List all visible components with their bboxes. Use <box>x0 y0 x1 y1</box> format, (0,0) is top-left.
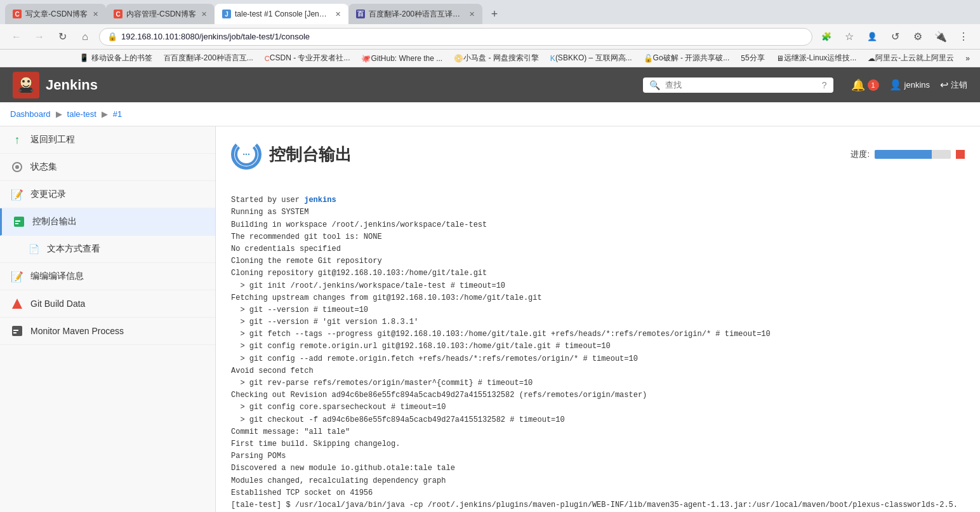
breadcrumb-build[interactable]: #1 <box>113 109 122 119</box>
notification-badge: 1 <box>868 79 879 91</box>
bookmark-button[interactable]: ☆ <box>840 28 858 46</box>
sidebar-item-maven-label: Monitor Maven Process <box>30 326 124 336</box>
jenkins-container: Jenkins 🔍 ? 🔔 1 👤 jenkins ↩ 注销 Dashboard… <box>0 67 980 512</box>
sidebar-item-textview[interactable]: 📄 文本方式查看 <box>0 236 215 263</box>
tab-bar: C 写文章-CSDN博客 ✕ C 内容管理-CSDN博客 ✕ J tale-te… <box>0 0 980 24</box>
back-button[interactable]: ← <box>8 28 25 46</box>
sidebar-item-editbuild[interactable]: 📝 编编编译信息 <box>0 263 215 290</box>
bookmark-go-label: Go破解 - 开源共享破... <box>653 53 730 64</box>
notification-button[interactable]: 🔔 1 <box>851 78 879 92</box>
extensions2-button[interactable]: 🔌 <box>932 28 950 46</box>
bookmark-xiaoma[interactable]: 📀 小马盘 - 网盘搜索引擎 <box>449 51 544 65</box>
more-button[interactable]: ⋮ <box>955 28 972 46</box>
profile-button[interactable]: 👤 <box>863 28 881 46</box>
svg-rect-5 <box>30 90 34 91</box>
output-line-0: Started by user jenkins Running as SYSTE… <box>231 196 958 512</box>
svg-point-1 <box>22 80 25 83</box>
tab-4-favicon: 百 <box>356 10 365 18</box>
svg-point-2 <box>27 80 30 83</box>
bookmark-sbkko[interactable]: K (SBKKO) – 互联网高... <box>545 51 637 65</box>
breadcrumb-project[interactable]: tale-test <box>67 109 96 119</box>
svg-rect-10 <box>15 223 18 224</box>
bookmark-5share-label: 5分享 <box>745 53 765 64</box>
sidebar-item-changes[interactable]: 📝 变更记录 <box>0 181 215 208</box>
tab-2-close[interactable]: ✕ <box>201 10 207 18</box>
progress-bar-container: 进度: <box>851 149 965 160</box>
maven-icon <box>10 324 24 338</box>
jenkins-avatar-icon <box>13 72 39 98</box>
tab-1[interactable]: C 写文章-CSDN博客 ✕ <box>5 4 106 24</box>
tab-3-favicon: J <box>222 10 231 18</box>
changes-icon: 📝 <box>10 187 24 201</box>
bookmark-baidu-translate[interactable]: 百 百度翻译-200种语言互... <box>159 51 258 65</box>
gitbuild-icon <box>10 297 24 311</box>
bookmark-xiaoma-label: 小马盘 - 网盘搜索引擎 <box>463 53 539 64</box>
bookmark-yuanji-label: 远继派-Linux运维技... <box>784 53 857 64</box>
tab-4[interactable]: 百 百度翻译-200种语言互译、沟... ✕ <box>348 4 482 24</box>
textview-icon: 📄 <box>27 242 41 256</box>
sidebar-item-back[interactable]: ↑ 返回到工程 <box>0 126 215 154</box>
bell-icon: 🔔 <box>851 78 865 92</box>
logout-button[interactable]: ↩ 注销 <box>940 79 967 91</box>
jenkins-body: ↑ 返回到工程 状态集 📝 变更记录 控制台输出 📄 文 <box>0 126 980 512</box>
breadcrumb-dashboard[interactable]: Dashboard <box>10 109 51 119</box>
progress-label: 进度: <box>851 149 870 160</box>
status-icon <box>10 160 24 174</box>
logout-icon: ↩ <box>940 79 948 91</box>
bookmark-csdn-label: CSDN - 专业开发者社... <box>270 53 350 64</box>
sidebar-item-editbuild-label: 编编编译信息 <box>30 271 84 282</box>
browser-chrome: C 写文章-CSDN博客 ✕ C 内容管理-CSDN博客 ✕ J tale-te… <box>0 0 980 67</box>
bookmark-go[interactable]: 🔓 Go破解 - 开源共享破... <box>639 51 735 65</box>
tab-1-favicon: C <box>13 10 22 18</box>
sidebar-item-console[interactable]: 控制台输出 <box>0 208 215 236</box>
svg-rect-13 <box>13 330 18 331</box>
tab-4-close[interactable]: ✕ <box>469 10 475 18</box>
tab-3-title: tale-test #1 Console [Jenkins] <box>235 10 330 18</box>
tab-3-close[interactable]: ✕ <box>335 10 341 18</box>
breadcrumb-sep-2: ▶ <box>102 109 108 119</box>
new-tab-button[interactable]: + <box>485 4 504 24</box>
address-bar[interactable]: 🔒 192.168.10.101:8080/jenkins/job/tale-t… <box>99 28 812 46</box>
sidebar-item-changes-label: 变更记录 <box>30 189 66 200</box>
sidebar: ↑ 返回到工程 状态集 📝 变更记录 控制台输出 📄 文 <box>0 126 216 512</box>
settings-button[interactable]: ⚙ <box>909 28 927 46</box>
address-text: 192.168.10.101:8080/jenkins/job/tale-tes… <box>121 32 804 41</box>
progress-bar <box>875 150 951 159</box>
extensions-button[interactable]: 🧩 <box>818 28 835 46</box>
bookmark-csdn[interactable]: C CSDN - 专业开发者社... <box>260 51 355 65</box>
jenkins-logo: Jenkins <box>13 72 98 98</box>
console-spinner-icon: ··· <box>231 139 262 170</box>
history-button[interactable]: ↺ <box>886 28 904 46</box>
help-icon[interactable]: ? <box>822 80 827 90</box>
bookmark-yuanji[interactable]: 🖥 远继派-Linux运维技... <box>771 51 862 65</box>
breadcrumb-sep-1: ▶ <box>56 109 62 119</box>
nav-bar: ← → ↻ ⌂ 🔒 192.168.10.101:8080/jenkins/jo… <box>0 24 980 50</box>
sidebar-item-gitbuild[interactable]: Git Build Data <box>0 290 215 318</box>
search-input[interactable] <box>665 80 817 90</box>
bookmark-github[interactable]: 🐙 GitHub: Where the ... <box>356 53 447 64</box>
console-icon <box>12 215 26 229</box>
search-icon: 🔍 <box>649 80 660 90</box>
bookmark-mobile[interactable]: 📱 移动设备上的书签 <box>74 51 157 65</box>
console-output: Started by user jenkins Running as SYSTE… <box>231 182 965 512</box>
forward-button[interactable]: → <box>30 28 48 46</box>
svg-rect-4 <box>18 90 22 91</box>
svg-marker-11 <box>12 299 22 309</box>
console-title: 控制台输出 <box>269 144 352 166</box>
console-header: ··· 控制台输出 进度: <box>231 139 965 170</box>
reload-button[interactable]: ↻ <box>53 28 71 46</box>
tab-4-title: 百度翻译-200种语言互译、沟... <box>369 9 464 20</box>
sidebar-item-maven[interactable]: Monitor Maven Process <box>0 318 215 345</box>
jenkins-search-box[interactable]: 🔍 ? <box>643 77 833 93</box>
bookmark-aliyun[interactable]: ☁ 阿里云-上云就上阿里云 <box>863 51 959 65</box>
tab-1-close[interactable]: ✕ <box>93 10 98 18</box>
tab-3[interactable]: J tale-test #1 Console [Jenkins] ✕ <box>215 4 348 24</box>
tab-2[interactable]: C 内容管理-CSDN博客 ✕ <box>106 4 215 24</box>
sidebar-item-status[interactable]: 状态集 <box>0 154 215 181</box>
bookmark-5share[interactable]: 5 5分享 <box>736 51 769 65</box>
sidebar-item-textview-label: 文本方式查看 <box>47 243 100 255</box>
home-button[interactable]: ⌂ <box>76 28 94 46</box>
bookmark-more[interactable]: » <box>960 53 975 64</box>
user-menu[interactable]: 👤 jenkins <box>889 79 930 91</box>
sidebar-item-back-label: 返回到工程 <box>30 134 75 145</box>
